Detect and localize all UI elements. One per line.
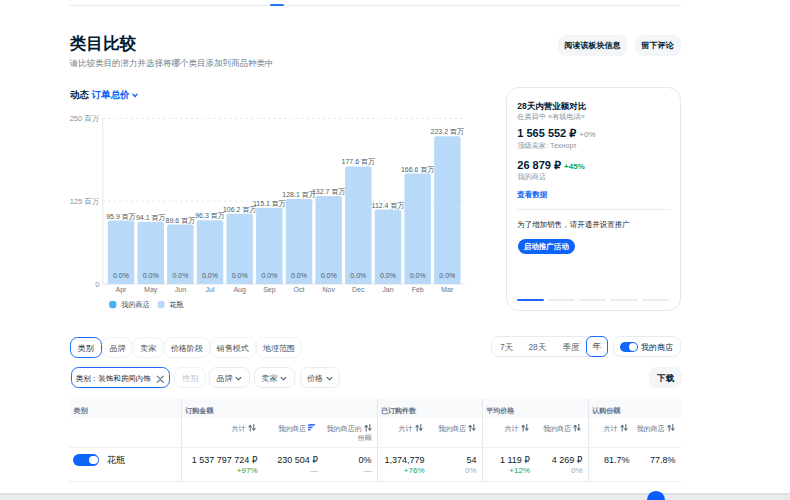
- svg-text:0.0%: 0.0%: [380, 272, 396, 279]
- svg-text:Nov: Nov: [322, 286, 335, 293]
- svg-text:96.3 百万: 96.3 百万: [195, 212, 225, 220]
- svg-text:Jun: Jun: [175, 286, 186, 293]
- svg-text:0.0%: 0.0%: [321, 272, 337, 279]
- svg-text:132.7 百万: 132.7 百万: [312, 188, 345, 196]
- svg-text:Jan: Jan: [382, 286, 393, 293]
- svg-text:115.1 百万: 115.1 百万: [253, 200, 286, 208]
- svg-text:0.0%: 0.0%: [232, 272, 248, 279]
- svg-text:Dec: Dec: [352, 286, 365, 293]
- svg-text:177.6 百万: 177.6 百万: [342, 158, 375, 166]
- svg-text:128.1 百万: 128.1 百万: [282, 191, 315, 199]
- svg-text:花瓶: 花瓶: [169, 300, 183, 309]
- svg-text:0.0%: 0.0%: [113, 272, 129, 279]
- svg-text:Aug: Aug: [233, 286, 246, 294]
- svg-text:106.2 百万: 106.2 百万: [223, 206, 256, 214]
- svg-text:Feb: Feb: [412, 286, 424, 293]
- svg-text:0.0%: 0.0%: [202, 272, 218, 279]
- svg-text:0: 0: [95, 280, 99, 289]
- svg-text:0.0%: 0.0%: [350, 272, 366, 279]
- svg-text:250 百万: 250 百万: [70, 114, 100, 123]
- svg-text:0.0%: 0.0%: [172, 272, 188, 279]
- svg-text:Oct: Oct: [294, 286, 305, 293]
- svg-text:223.2 百万: 223.2 百万: [431, 128, 464, 136]
- svg-text:0.0%: 0.0%: [291, 272, 307, 279]
- svg-text:166.6 百万: 166.6 百万: [401, 166, 434, 174]
- svg-text:May: May: [144, 286, 158, 294]
- svg-text:Apr: Apr: [116, 286, 128, 294]
- svg-text:89.6 百万: 89.6 百万: [166, 217, 196, 225]
- svg-text:0.0%: 0.0%: [410, 272, 426, 279]
- svg-text:94.1 百万: 94.1 百万: [136, 214, 166, 222]
- svg-text:0.0%: 0.0%: [261, 272, 277, 279]
- svg-text:95.9 百万: 95.9 百万: [106, 213, 136, 221]
- svg-text:0.0%: 0.0%: [439, 272, 455, 279]
- svg-text:Mar: Mar: [441, 286, 454, 293]
- svg-text:125 百万: 125 百万: [70, 197, 100, 206]
- svg-text:112.4 百万: 112.4 百万: [372, 202, 405, 210]
- svg-text:Sep: Sep: [263, 286, 276, 294]
- svg-text:0.0%: 0.0%: [143, 272, 159, 279]
- svg-text:Jul: Jul: [206, 286, 215, 293]
- svg-text:我的商店: 我的商店: [121, 300, 150, 309]
